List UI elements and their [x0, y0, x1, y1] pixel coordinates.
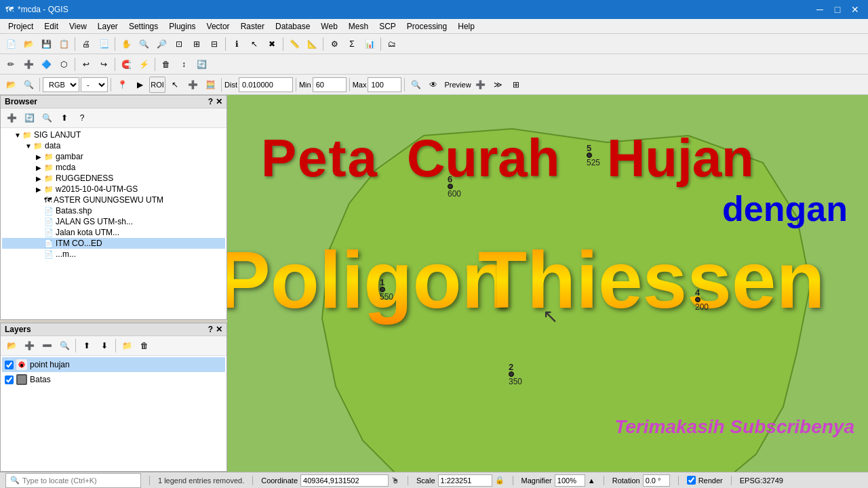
menu-item-plugins[interactable]: Plugins	[163, 20, 201, 33]
menu-item-web[interactable]: Web	[315, 20, 342, 33]
settings-btn[interactable]: ⚙	[326, 36, 342, 52]
layer-item-point-hujan[interactable]: ● point hujan	[2, 357, 225, 372]
zoom-select-btn[interactable]: ⊟	[206, 36, 222, 52]
new-project-btn[interactable]: 📄	[3, 36, 19, 52]
minimize-button[interactable]: ─	[812, 2, 827, 17]
magnifier-input[interactable]	[555, 474, 585, 487]
toggle[interactable]: ▶	[36, 164, 44, 171]
menu-item-layer[interactable]: Layer	[92, 20, 123, 33]
deselect-btn[interactable]: ✖	[264, 36, 280, 52]
layer-btn[interactable]: 🗂	[384, 36, 400, 52]
browser-refresh-btn[interactable]: 🔄	[21, 110, 37, 126]
scp-calc-btn[interactable]: 🧮	[202, 77, 218, 93]
zoom-out-btn[interactable]: 🔎	[153, 36, 170, 52]
rotate-btn[interactable]: 🔄	[193, 56, 210, 73]
menu-item-mesh[interactable]: Mesh	[343, 20, 374, 33]
menu-item-settings[interactable]: Settings	[123, 20, 163, 33]
move-btn[interactable]: ↕	[176, 56, 192, 73]
browser-collapse-btn[interactable]: ⬆	[56, 110, 73, 126]
toggle[interactable]: ▶	[36, 153, 44, 161]
layers-group-btn[interactable]: 📁	[119, 338, 135, 354]
browser-help-btn[interactable]: ?	[208, 97, 213, 106]
tree-item-data[interactable]: ▼ 📁 data	[2, 140, 225, 151]
layers-filter-btn[interactable]: 🔍	[56, 338, 73, 354]
scp-zoom-btn[interactable]: 🔍	[20, 77, 37, 93]
close-button[interactable]: ✕	[848, 2, 863, 17]
menu-item-view[interactable]: View	[64, 20, 92, 33]
tree-item-aster[interactable]: 🗺 ASTER GUNUNGSEWU UTM	[2, 195, 225, 205]
epsg-label[interactable]: EPSG:32749	[740, 476, 783, 485]
toggle[interactable]: ▶	[36, 186, 44, 193]
scp-grid-btn[interactable]: ⊞	[508, 77, 524, 93]
browser-help2-btn[interactable]: ?	[74, 110, 90, 126]
tree-item-mcda[interactable]: ▶ 📁 mcda	[2, 162, 225, 173]
layers-up-btn[interactable]: ⬆	[79, 338, 95, 354]
scale-lock-btn[interactable]: 🔒	[495, 476, 505, 485]
open-btn[interactable]: 📂	[20, 36, 37, 52]
edit-btn[interactable]: ✏	[3, 56, 19, 73]
menu-item-database[interactable]: Database	[270, 20, 315, 33]
min-input[interactable]	[313, 77, 347, 92]
scp-plus-btn[interactable]: ➕	[184, 77, 201, 93]
snap-btn[interactable]: 🧲	[118, 56, 134, 73]
tree-item-jalan-gs[interactable]: 📄 JALAN GS UTM-sh...	[2, 216, 225, 227]
layers-open-btn[interactable]: 📂	[3, 338, 20, 354]
zoom-full-btn[interactable]: ⊡	[171, 36, 187, 52]
measure-btn[interactable]: 📏	[286, 36, 302, 52]
tree-item-sig-lanjut[interactable]: ▼ 📁 SIG LANJUT	[2, 129, 225, 140]
pan-btn[interactable]: ✋	[118, 36, 134, 52]
browser-add-btn[interactable]: ➕	[3, 110, 20, 126]
layers-down-btn[interactable]: ⬇	[96, 338, 113, 354]
select-btn[interactable]: ↖	[246, 36, 262, 52]
print2-btn[interactable]: 📃	[96, 36, 112, 52]
browser-close-btn[interactable]: ✕	[216, 97, 222, 106]
layers-help-btn[interactable]: ?	[208, 325, 213, 334]
scp-open-btn[interactable]: 📂	[3, 77, 19, 93]
add2-btn[interactable]: 🔷	[38, 56, 54, 73]
tree-item-itm[interactable]: 📄 ITM CO...ED	[2, 238, 225, 249]
tree-item-m[interactable]: 📄 ...m...	[2, 249, 225, 260]
scp-more-btn[interactable]: ≫	[490, 77, 507, 93]
scp-run-btn[interactable]: ▶	[132, 77, 148, 93]
scp-roi-btn[interactable]: ROI	[149, 77, 165, 93]
scp-add-btn[interactable]: ➕	[473, 77, 489, 93]
layer-item-batas[interactable]: Batas	[2, 372, 225, 387]
magnifier-spin-up[interactable]: ▲	[588, 476, 595, 485]
menu-item-edit[interactable]: Edit	[39, 20, 64, 33]
menu-item-raster[interactable]: Raster	[235, 20, 270, 33]
identify-btn[interactable]: ℹ	[229, 36, 245, 52]
render-checkbox[interactable]	[687, 476, 696, 485]
maximize-button[interactable]: □	[830, 2, 845, 17]
menu-item-scp[interactable]: SCP	[374, 20, 401, 33]
rotation-input[interactable]	[643, 474, 670, 487]
toggle[interactable]: ▶	[36, 175, 44, 182]
zoom-in-btn[interactable]: 🔍	[136, 36, 152, 52]
redo-btn[interactable]: ↪	[96, 56, 112, 73]
search-input[interactable]	[22, 476, 136, 485]
layer-visible-checkbox[interactable]	[5, 361, 14, 369]
scp-zoom2-btn[interactable]: 🔍	[408, 77, 424, 93]
node-btn[interactable]: ⬡	[56, 56, 72, 73]
tree-item-w2015[interactable]: ▶ 📁 w2015-10-04-UTM-GS	[2, 184, 225, 195]
toggle[interactable]: ▼	[14, 131, 22, 139]
save-btn[interactable]: 💾	[38, 36, 54, 52]
zoom-layer-btn[interactable]: ⊞	[189, 36, 205, 52]
band-value[interactable]: -	[81, 77, 108, 92]
layers-remove-btn[interactable]: ➖	[39, 338, 55, 354]
tree-item-jalan-kota[interactable]: 📄 Jalan kota UTM...	[2, 227, 225, 238]
print-btn[interactable]: 🖨	[78, 36, 94, 52]
tree-item-gambar[interactable]: ▶ 📁 gambar	[2, 151, 225, 162]
menu-item-help[interactable]: Help	[452, 20, 480, 33]
max-input[interactable]	[368, 77, 401, 92]
tree-item-batas[interactable]: 📄 Batas.shp	[2, 205, 225, 216]
layers-delete-btn[interactable]: 🗑	[136, 338, 153, 354]
coordinate-input[interactable]	[300, 474, 389, 487]
sum-btn[interactable]: Σ	[344, 36, 360, 52]
del-btn[interactable]: 🗑	[158, 56, 174, 73]
chart-btn[interactable]: 📊	[361, 36, 378, 52]
toggle[interactable]: ▼	[25, 142, 33, 150]
layer-visible-checkbox2[interactable]	[5, 375, 14, 384]
dist-input[interactable]	[239, 77, 293, 92]
menu-item-project[interactable]: Project	[3, 20, 39, 33]
layers-add-btn[interactable]: ➕	[21, 338, 37, 354]
